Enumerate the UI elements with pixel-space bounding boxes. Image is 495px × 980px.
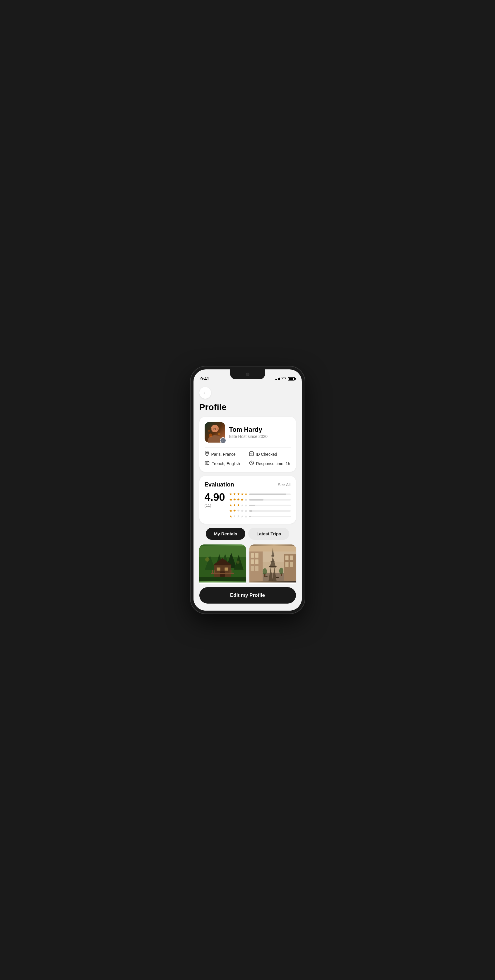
svg-rect-47 [290, 562, 293, 567]
svg-rect-28 [229, 570, 230, 574]
svg-point-32 [236, 560, 239, 564]
svg-rect-27 [214, 570, 215, 574]
avatar-wrap: ✓ [205, 422, 225, 442]
rental-image-2 [250, 544, 296, 582]
status-icons [275, 376, 295, 381]
status-time: 9:41 [201, 376, 209, 381]
svg-rect-44 [285, 555, 288, 560]
star-row-5: ★ ★ ★ ★ ★ [229, 492, 291, 496]
language-icon [205, 460, 210, 466]
phone-camera [246, 372, 250, 376]
location-icon [205, 451, 209, 458]
svg-rect-58 [281, 574, 282, 576]
location-text: Paris, France [211, 452, 236, 457]
score-count: (11) [205, 503, 225, 508]
svg-rect-29 [231, 570, 232, 574]
star-row-3: ★ ★ ★ ★ ★ [229, 503, 291, 507]
response-text: Response time: 1h [256, 461, 290, 466]
signal-icon [275, 378, 280, 380]
svg-rect-24 [220, 571, 224, 577]
profile-meta: Paris, France ID Checked [205, 451, 291, 466]
svg-point-57 [279, 568, 283, 574]
star-row-4: ★ ★ ★ ★ ★ [229, 498, 291, 502]
svg-rect-37 [251, 553, 254, 558]
id-check-item: ID Checked [249, 451, 291, 458]
phone-frame: 9:41 ← [191, 366, 305, 614]
back-button[interactable]: ← [199, 387, 211, 399]
svg-point-7 [218, 433, 220, 435]
language-item: French, English [205, 460, 246, 466]
svg-rect-22 [216, 568, 220, 571]
tab-latest-trips[interactable]: Latest Trips [248, 528, 289, 540]
svg-rect-60 [276, 577, 279, 578]
edit-profile-button[interactable]: Edit my Profile [199, 587, 296, 604]
svg-rect-46 [285, 562, 288, 567]
score-number: 4.90 [205, 492, 225, 503]
profile-header: ✓ Tom Hardy Elite Host since 2020 [205, 422, 291, 442]
wifi-icon [282, 376, 286, 381]
svg-rect-40 [255, 559, 258, 564]
star-row-2: ★ ★ ★ ★ ★ [229, 509, 291, 513]
verified-badge: ✓ [220, 438, 226, 444]
svg-rect-45 [290, 555, 293, 560]
star-row-1: ★ ★ ★ ★ ★ [229, 514, 291, 519]
svg-rect-59 [265, 576, 267, 577]
svg-point-8 [208, 430, 210, 432]
svg-rect-61 [250, 546, 296, 552]
page-title: Profile [199, 402, 296, 412]
svg-point-6 [209, 434, 212, 437]
tab-my-rentals[interactable]: My Rentals [206, 528, 245, 540]
svg-rect-41 [251, 566, 254, 571]
eval-title: Evaluation [205, 481, 234, 488]
svg-rect-14 [199, 546, 246, 557]
svg-rect-38 [255, 553, 258, 558]
svg-rect-39 [251, 559, 254, 564]
star-bars: ★ ★ ★ ★ ★ ★ ★ [229, 492, 291, 519]
svg-point-55 [263, 568, 267, 574]
rental-image-1 [199, 544, 246, 582]
id-check-icon [249, 451, 254, 458]
screen-content[interactable]: ← Profile [194, 383, 302, 611]
location-item: Paris, France [205, 451, 246, 458]
bottom-bar: Edit my Profile [194, 584, 302, 611]
response-item: Response time: 1h [249, 460, 291, 466]
svg-rect-26 [212, 570, 213, 574]
svg-rect-54 [271, 555, 274, 556]
profile-info: Tom Hardy Elite Host since 2020 [229, 426, 291, 439]
profile-card: ✓ Tom Hardy Elite Host since 2020 [199, 417, 296, 472]
back-arrow-icon: ← [202, 390, 208, 395]
id-check-text: ID Checked [256, 452, 277, 457]
eval-header: Evaluation See All [205, 481, 291, 488]
svg-rect-56 [264, 574, 265, 577]
see-all-button[interactable]: See All [278, 482, 291, 487]
phone-notch [230, 369, 265, 379]
svg-point-2 [211, 425, 219, 432]
response-icon [249, 460, 254, 466]
evaluation-card: Evaluation See All 4.90 (11) ★ ★ [199, 476, 296, 523]
eval-body: 4.90 (11) ★ ★ ★ ★ ★ [205, 492, 291, 519]
svg-rect-42 [255, 566, 258, 571]
svg-rect-23 [224, 568, 228, 571]
tabs-row: My Rentals Latest Trips [199, 528, 296, 540]
svg-rect-30 [199, 577, 246, 581]
svg-point-31 [205, 557, 209, 562]
battery-icon [288, 377, 295, 380]
profile-name: Tom Hardy [229, 426, 291, 434]
profile-subtitle: Elite Host since 2020 [229, 434, 291, 439]
svg-rect-53 [270, 561, 275, 562]
language-text: French, English [212, 461, 240, 466]
eval-score: 4.90 (11) [205, 492, 225, 508]
svg-rect-52 [269, 566, 276, 567]
svg-point-9 [206, 452, 207, 453]
